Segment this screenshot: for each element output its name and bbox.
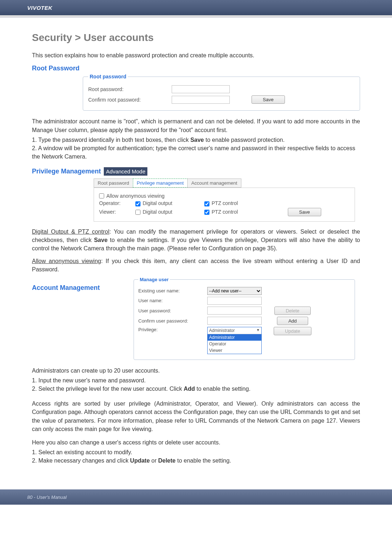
root-password-input[interactable] [172,85,230,93]
acct-li4c: or [150,457,158,464]
tab-privilege-management[interactable]: Privilege management [133,178,188,188]
root-password-legend: Root password [88,74,128,79]
acct-inst-li3: 1. Select an existing account to modify. [32,448,360,456]
root-desc-p1: The administrator account name is "root"… [32,117,360,134]
privilege-option-viewer[interactable]: Viewer [208,347,261,354]
username-label: User name: [138,298,207,303]
acct-li4b: Update [130,457,150,464]
advanced-mode-badge: Advanced Mode [104,167,147,176]
operator-ptz-checkbox[interactable] [204,201,209,206]
existing-user-select[interactable]: --Add new user-- [207,287,262,295]
allow-anon-label: Allow anonymous viewing [106,193,164,199]
root-password-heading: Root Password [32,65,360,72]
privilege-selected: Administrator▼ [208,327,261,334]
acct-li4d: Delete [158,457,176,464]
root-inst-1b: Save [190,137,204,143]
privilege-row: Privilege: Administrator▼ Administrator … [138,327,350,354]
manage-user-legend: Manage user [138,277,170,282]
delete-user-button[interactable]: Delete [274,307,311,315]
priv-desc-under1: Digital Output & PTZ control [32,229,109,235]
viewer-digital-output-checkbox[interactable] [135,210,140,215]
viewer-ptz-checkbox[interactable] [204,210,209,215]
brand-text: VIVOTEK [27,5,52,11]
viewer-ptz-label: PTZ control [212,209,238,215]
operator-row: Operator: Digital output PTZ control [99,200,350,206]
acct-inst-li1: 1. Input the new user's name and passwor… [32,376,360,385]
confirmpw-row: Confirm user password: Add [138,317,350,325]
tab-account-management[interactable]: Account management [187,178,241,188]
confirm-root-label: Confirm root password: [88,97,172,103]
privilege-heading-row: Privilege Management Advanced Mode [32,167,360,176]
userpw-input[interactable] [207,307,262,315]
confirm-root-row: Confirm root password: Save [88,95,355,104]
acct-li2a: 2. Select the privilege level for the ne… [32,386,184,392]
acct-inst-2: 1. Select an existing account to modify.… [32,448,360,465]
root-inst-1: 1. Type the password identically in both… [32,136,360,144]
privilege-selected-text: Administrator [209,328,235,333]
userpw-label: User password: [138,308,207,313]
footer-bar: 80 - User's Manual [0,489,392,505]
acct-desc-p1: Administrators can create up to 20 user … [32,366,360,375]
priv-desc-under2: Allow anonymous viewing [32,258,101,264]
root-password-label: Root password: [88,86,172,92]
confirmpw-label: Confirm user password: [138,318,207,324]
save-privilege-button[interactable]: Save [288,208,321,216]
operator-label: Operator: [99,200,135,206]
allow-anon-checkbox[interactable] [99,193,104,198]
acct-inst-li2: 2. Select the privilege level for the ne… [32,385,360,393]
update-user-button[interactable]: Update [274,327,311,335]
root-inst-2: 2. A window will be prompted for authent… [32,144,360,161]
existing-user-row: Existing user name: --Add new user-- [138,287,350,295]
viewer-label: Viewer: [99,209,135,215]
viewer-row: Viewer: Digital output PTZ control Save [99,208,350,216]
acct-desc-p3: Here you also can change a user's access… [32,438,360,447]
root-inst-1c: to enable password protection. [204,137,285,143]
privilege-option-operator[interactable]: Operator [208,341,261,347]
operator-digital-output-label: Digital output [143,200,172,206]
privilege-option-admin[interactable]: Administrator [208,334,261,341]
brand-header: VIVOTEK [0,0,392,15]
allow-anon-row: Allow anonymous viewing [99,193,350,199]
existing-user-label: Existing user name: [138,288,207,294]
root-password-row: Root password: [88,85,355,93]
viewer-digital-output-label: Digital output [143,209,172,215]
page-title: Security > User accounts [32,32,360,44]
priv-desc-2: Allow anonymous viewing: If you check th… [32,257,360,274]
privilege-tabs: Root password Privilege management Accou… [94,178,360,188]
acct-inst-li4: 2. Make necessary changes and click Upda… [32,456,360,465]
acct-li4a: 2. Make necessary changes and click [32,457,130,464]
username-row: User name: [138,297,350,305]
save-root-button[interactable]: Save [252,95,285,104]
acct-li4e: to enable the setting. [176,457,231,464]
page-content: Security > User accounts This section ex… [0,17,392,479]
acct-li2b: Add [184,386,195,392]
confirmpw-input[interactable] [207,317,262,325]
acct-desc-p2: Access rights are sorted by user privile… [32,399,360,433]
privilege-tab-body: Allow anonymous viewing Operator: Digita… [94,188,355,221]
userpw-row: User password: Delete [138,307,350,315]
priv-desc-1b: Save [94,237,107,243]
account-management-heading: Account Management [32,284,134,292]
intro-text: This section explains how to enable pass… [32,52,360,59]
chevron-down-icon: ▼ [256,328,260,333]
acct-li2c: to enable the setting. [195,386,250,392]
confirm-root-password-input[interactable] [172,96,230,104]
operator-digital-output-checkbox[interactable] [135,201,140,206]
add-user-button[interactable]: Add [277,317,308,325]
priv-desc-1: Digital Output & PTZ control: You can mo… [32,227,360,253]
account-management-wrap: Account Management Manage user Existing … [32,277,360,360]
root-instructions: 1. Type the password identically in both… [32,136,360,161]
operator-ptz-label: PTZ control [212,200,238,206]
root-password-panel: Root password Root password: Confirm roo… [83,74,360,111]
root-inst-1a: 1. Type the password identically in both… [32,137,190,143]
manage-user-panel: Manage user Existing user name: --Add ne… [134,277,355,360]
username-input[interactable] [207,297,262,305]
privilege-label: Privilege: [138,327,207,332]
privilege-select[interactable]: Administrator▼ Administrator Operator Vi… [207,327,262,354]
acct-inst-1: 1. Input the new user's name and passwor… [32,376,360,393]
privilege-heading: Privilege Management [32,168,101,175]
tab-root-password[interactable]: Root password [94,178,133,188]
footer-text: 80 - User's Manual [27,495,67,500]
